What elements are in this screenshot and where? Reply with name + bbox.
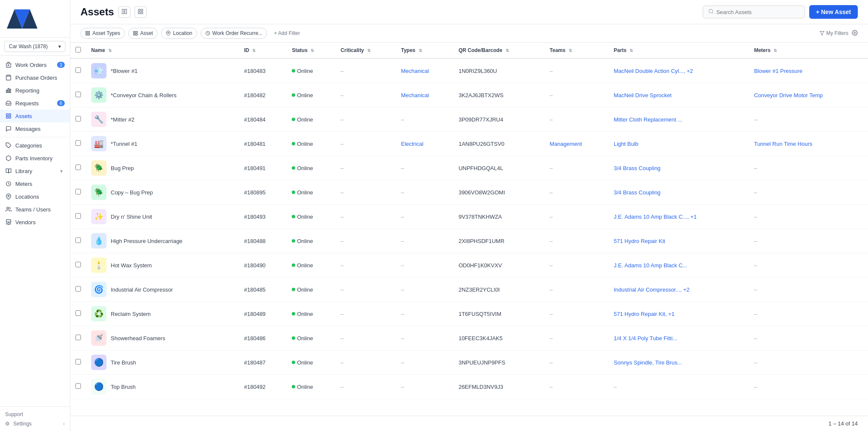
cell-name[interactable]: 🏭 *Tunnel #1 <box>86 132 239 156</box>
parts-link[interactable]: 1/4 X 1/4 Poly Tube Fitti... <box>614 335 677 341</box>
parts-link[interactable]: Sonnys Spindle, Tire Brus... <box>614 359 682 366</box>
view-toggle-list-button[interactable] <box>118 6 130 18</box>
cell-name[interactable]: 🚿 Showerhead Foamers <box>86 326 239 350</box>
select-all-checkbox[interactable] <box>75 47 81 52</box>
row-checkbox-cell[interactable] <box>70 132 86 156</box>
row-checkbox[interactable] <box>75 286 81 292</box>
cell-name[interactable]: 🕯️ Hot Wax System <box>86 253 239 278</box>
sidebar-item-requests[interactable]: Requests 6 <box>0 97 70 110</box>
asset-name[interactable]: Tire Brush <box>111 359 136 366</box>
parts-link[interactable]: MacNeil Double Action Cyl..., +2 <box>614 68 693 74</box>
type-link[interactable]: Mechanical <box>401 68 429 74</box>
sidebar-item-categories[interactable]: Categories <box>0 139 70 152</box>
row-checkbox-cell[interactable] <box>70 229 86 253</box>
sidebar-item-meters[interactable]: Meters <box>0 177 70 190</box>
row-checkbox[interactable] <box>75 67 81 73</box>
asset-name[interactable]: High Pressure Undercarriage <box>111 238 182 244</box>
sidebar-item-assets[interactable]: Assets <box>0 110 70 122</box>
parts-link[interactable]: 3/4 Brass Coupling <box>614 189 661 196</box>
row-checkbox-cell[interactable] <box>70 375 86 399</box>
row-checkbox[interactable] <box>75 262 81 267</box>
cell-name[interactable]: 🌀 Industrial Air Compressor <box>86 278 239 302</box>
select-all-header[interactable] <box>70 43 86 58</box>
table-settings-button[interactable] <box>852 30 858 37</box>
table-row[interactable]: ✨ Dry n' Shine Unit #180493 Online – – 9… <box>70 205 868 229</box>
sidebar-item-parts-inventory[interactable]: Parts Inventory <box>0 152 70 165</box>
sidebar-item-locations[interactable]: Locations <box>0 190 70 203</box>
sidebar-item-vendors[interactable]: Vendors <box>0 216 70 229</box>
table-row[interactable]: ♻️ Reclaim System #180489 Online – – 1T6… <box>70 302 868 326</box>
sidebar-item-messages[interactable]: Messages <box>0 122 70 135</box>
asset-name[interactable]: Hot Wax System <box>111 262 152 269</box>
asset-name[interactable]: *Blower #1 <box>111 68 138 74</box>
sidebar-item-library[interactable]: Library ▾ <box>0 165 70 177</box>
new-asset-button[interactable]: + New Asset <box>809 5 858 19</box>
cell-name[interactable]: ♻️ Reclaim System <box>86 302 239 326</box>
cell-name[interactable]: 🔵 Top Brush <box>86 375 239 399</box>
meters-link[interactable]: Tunnel Run Time Hours <box>754 141 812 147</box>
row-checkbox-cell[interactable] <box>70 83 86 107</box>
table-row[interactable]: 🔵 Tire Brush #180487 Online – – 3NPUEUJN… <box>70 350 868 375</box>
cell-name[interactable]: 🪲 Copy – Bug Prep <box>86 180 239 205</box>
row-checkbox[interactable] <box>75 165 81 170</box>
meters-link[interactable]: Conveyor Drive Motor Temp <box>754 92 823 98</box>
row-checkbox-cell[interactable] <box>70 302 86 326</box>
table-row[interactable]: 🚿 Showerhead Foamers #180486 Online – – … <box>70 326 868 350</box>
col-parts[interactable]: Parts ⇅ <box>609 43 749 58</box>
row-checkbox-cell[interactable] <box>70 107 86 132</box>
asset-name[interactable]: *Tunnel #1 <box>111 141 137 147</box>
row-checkbox-cell[interactable] <box>70 326 86 350</box>
cell-name[interactable]: 💨 *Blower #1 <box>86 58 239 83</box>
asset-name[interactable]: Copy – Bug Prep <box>111 189 153 196</box>
col-qr[interactable]: QR Code/Barcode ⇅ <box>454 43 545 58</box>
cell-name[interactable]: ✨ Dry n' Shine Unit <box>86 205 239 229</box>
parts-link[interactable]: Industrial Air Compressor..., +2 <box>614 286 690 293</box>
asset-name[interactable]: Bug Prep <box>111 165 134 171</box>
asset-name[interactable]: *Mitter #2 <box>111 116 135 123</box>
row-checkbox-cell[interactable] <box>70 180 86 205</box>
col-meters[interactable]: Meters ⇅ <box>749 43 868 58</box>
table-row[interactable]: 🔧 *Mitter #2 #180484 Online – – 3P09DR77… <box>70 107 868 132</box>
table-row[interactable]: 🕯️ Hot Wax System #180490 Online – – OD0… <box>70 253 868 278</box>
asset-name[interactable]: *Conveyor Chain & Rollers <box>111 92 177 98</box>
row-checkbox[interactable] <box>75 140 81 146</box>
my-filters-button[interactable]: My Filters <box>819 30 848 36</box>
settings-item[interactable]: ⚙ Settings › <box>5 421 65 427</box>
filter-location-button[interactable]: Location <box>161 28 197 39</box>
filter-work-order-button[interactable]: Work Order Recurre... <box>201 28 267 39</box>
row-checkbox[interactable] <box>75 116 81 121</box>
table-row[interactable]: 🏭 *Tunnel #1 #180481 Online – Electrical… <box>70 132 868 156</box>
table-row[interactable]: ⚙️ *Conveyor Chain & Rollers #180482 Onl… <box>70 83 868 107</box>
cell-name[interactable]: ⚙️ *Conveyor Chain & Rollers <box>86 83 239 107</box>
add-filter-button[interactable]: + Add Filter <box>270 28 303 38</box>
row-checkbox[interactable] <box>75 213 81 219</box>
workspace-button[interactable]: Car Wash (1878) ▾ <box>4 41 66 52</box>
search-input[interactable] <box>716 9 799 15</box>
sidebar-item-purchase-orders[interactable]: Purchase Orders <box>0 71 70 84</box>
cell-name[interactable]: 🔵 Tire Brush <box>86 350 239 375</box>
asset-name[interactable]: Showerhead Foamers <box>111 335 165 341</box>
row-checkbox[interactable] <box>75 359 81 364</box>
cell-name[interactable]: 🪲 Bug Prep <box>86 156 239 180</box>
parts-link[interactable]: 571 Hydro Repair Kit <box>614 238 665 244</box>
col-criticality[interactable]: Criticality ⇅ <box>336 43 396 58</box>
type-link[interactable]: Mechanical <box>401 92 429 98</box>
type-link[interactable]: Electrical <box>401 141 423 147</box>
col-teams[interactable]: Teams ⇅ <box>545 43 609 58</box>
cell-name[interactable]: 🔧 *Mitter #2 <box>86 107 239 132</box>
asset-name[interactable]: Reclaim System <box>111 311 151 317</box>
sidebar-item-teams-users[interactable]: Teams / Users <box>0 203 70 216</box>
asset-name[interactable]: Industrial Air Compressor <box>111 286 173 293</box>
row-checkbox[interactable] <box>75 335 81 340</box>
table-row[interactable]: 🪲 Copy – Bug Prep #180895 Online – – 390… <box>70 180 868 205</box>
col-status[interactable]: Status ⇅ <box>287 43 335 58</box>
support-link[interactable]: Support <box>5 411 23 417</box>
row-checkbox-cell[interactable] <box>70 278 86 302</box>
sidebar-item-reporting[interactable]: Reporting <box>0 84 70 97</box>
row-checkbox-cell[interactable] <box>70 350 86 375</box>
table-row[interactable]: 💨 *Blower #1 #180483 Online – Mechanical… <box>70 58 868 83</box>
filter-asset-types-button[interactable]: Asset Types <box>80 28 125 39</box>
row-checkbox-cell[interactable] <box>70 58 86 83</box>
row-checkbox-cell[interactable] <box>70 205 86 229</box>
table-row[interactable]: 🌀 Industrial Air Compressor #180485 Onli… <box>70 278 868 302</box>
